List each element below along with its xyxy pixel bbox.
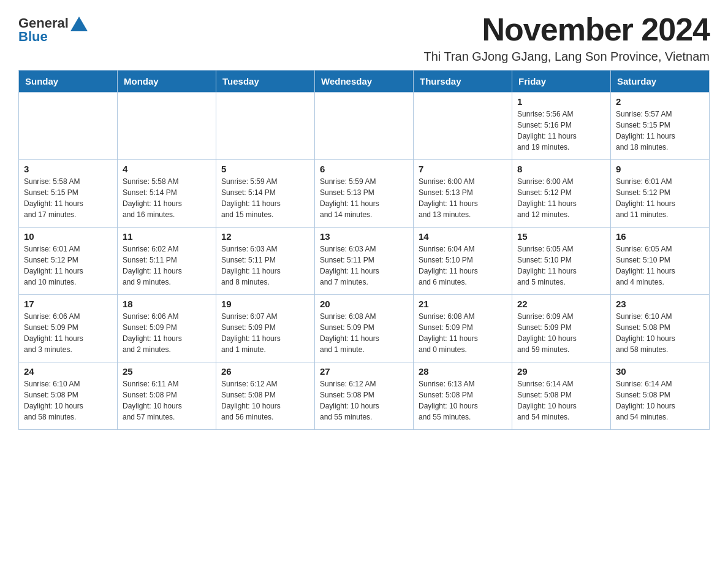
calendar-cell: 20Sunrise: 6:08 AM Sunset: 5:09 PM Dayli… [315,295,414,362]
day-info: Sunrise: 6:14 AM Sunset: 5:08 PM Dayligh… [517,378,605,423]
calendar-week-row: 17Sunrise: 6:06 AM Sunset: 5:09 PM Dayli… [19,295,710,362]
day-number: 27 [320,366,408,377]
day-number: 18 [123,299,211,309]
calendar-cell: 22Sunrise: 6:09 AM Sunset: 5:09 PM Dayli… [512,295,611,362]
logo-blue-text: Blue [18,29,48,45]
calendar-cell [414,93,512,160]
calendar-cell: 30Sunrise: 6:14 AM Sunset: 5:08 PM Dayli… [611,362,710,430]
day-number: 20 [320,299,408,309]
day-info: Sunrise: 5:56 AM Sunset: 5:16 PM Dayligh… [517,109,605,153]
calendar-cell: 14Sunrise: 6:04 AM Sunset: 5:10 PM Dayli… [414,228,512,295]
day-number: 1 [517,96,605,107]
calendar-col-header: Wednesday [315,71,414,93]
location-title: Thi Tran GJong GJang, Lang Son Province,… [423,50,710,64]
day-info: Sunrise: 6:03 AM Sunset: 5:11 PM Dayligh… [221,243,309,288]
day-info: Sunrise: 6:03 AM Sunset: 5:11 PM Dayligh… [320,243,408,288]
day-info: Sunrise: 6:05 AM Sunset: 5:10 PM Dayligh… [517,243,605,288]
calendar-col-header: Monday [118,71,216,93]
calendar-cell: 5Sunrise: 5:59 AM Sunset: 5:14 PM Daylig… [216,160,315,228]
day-info: Sunrise: 6:10 AM Sunset: 5:08 PM Dayligh… [24,378,112,423]
calendar-cell: 21Sunrise: 6:08 AM Sunset: 5:09 PM Dayli… [414,295,512,362]
day-info: Sunrise: 5:59 AM Sunset: 5:13 PM Dayligh… [320,176,408,220]
calendar-cell: 10Sunrise: 6:01 AM Sunset: 5:12 PM Dayli… [19,228,118,295]
day-number: 26 [221,366,309,377]
calendar-col-header: Tuesday [216,71,315,93]
day-info: Sunrise: 6:04 AM Sunset: 5:10 PM Dayligh… [419,243,507,288]
calendar-cell: 17Sunrise: 6:06 AM Sunset: 5:09 PM Dayli… [19,295,118,362]
day-info: Sunrise: 6:10 AM Sunset: 5:08 PM Dayligh… [616,311,704,355]
svg-marker-0 [70,17,88,31]
calendar-col-header: Thursday [414,71,512,93]
calendar-cell: 26Sunrise: 6:12 AM Sunset: 5:08 PM Dayli… [216,362,315,430]
calendar-table: SundayMondayTuesdayWednesdayThursdayFrid… [18,70,710,430]
day-info: Sunrise: 6:01 AM Sunset: 5:12 PM Dayligh… [616,176,704,220]
day-info: Sunrise: 6:00 AM Sunset: 5:12 PM Dayligh… [517,176,605,220]
day-number: 6 [320,164,408,174]
calendar-cell: 11Sunrise: 6:02 AM Sunset: 5:11 PM Dayli… [118,228,216,295]
calendar-cell [19,93,118,160]
day-info: Sunrise: 5:58 AM Sunset: 5:15 PM Dayligh… [24,176,112,220]
calendar-cell: 24Sunrise: 6:10 AM Sunset: 5:08 PM Dayli… [19,362,118,430]
day-number: 14 [419,231,507,242]
calendar-cell: 7Sunrise: 6:00 AM Sunset: 5:13 PM Daylig… [414,160,512,228]
calendar-cell [315,93,414,160]
day-number: 15 [517,231,605,242]
day-info: Sunrise: 5:59 AM Sunset: 5:14 PM Dayligh… [221,176,309,220]
day-number: 11 [123,231,211,242]
day-number: 2 [616,96,704,107]
day-number: 16 [616,231,704,242]
day-number: 23 [616,299,704,309]
calendar-cell: 27Sunrise: 6:12 AM Sunset: 5:08 PM Dayli… [315,362,414,430]
day-info: Sunrise: 6:05 AM Sunset: 5:10 PM Dayligh… [616,243,704,288]
calendar-cell: 23Sunrise: 6:10 AM Sunset: 5:08 PM Dayli… [611,295,710,362]
logo: General Blue [18,15,88,45]
calendar-cell: 13Sunrise: 6:03 AM Sunset: 5:11 PM Dayli… [315,228,414,295]
day-number: 22 [517,299,605,309]
day-number: 17 [24,299,112,309]
day-info: Sunrise: 6:07 AM Sunset: 5:09 PM Dayligh… [221,311,309,355]
day-info: Sunrise: 6:06 AM Sunset: 5:09 PM Dayligh… [123,311,211,355]
day-info: Sunrise: 6:01 AM Sunset: 5:12 PM Dayligh… [24,243,112,288]
day-number: 7 [419,164,507,174]
title-area: November 2024 Thi Tran GJong GJang, Lang… [423,12,710,64]
calendar-cell: 1Sunrise: 5:56 AM Sunset: 5:16 PM Daylig… [512,93,611,160]
calendar-cell: 3Sunrise: 5:58 AM Sunset: 5:15 PM Daylig… [19,160,118,228]
calendar-cell: 25Sunrise: 6:11 AM Sunset: 5:08 PM Dayli… [118,362,216,430]
calendar-cell: 15Sunrise: 6:05 AM Sunset: 5:10 PM Dayli… [512,228,611,295]
calendar-cell: 2Sunrise: 5:57 AM Sunset: 5:15 PM Daylig… [611,93,710,160]
day-number: 25 [123,366,211,377]
day-info: Sunrise: 6:14 AM Sunset: 5:08 PM Dayligh… [616,378,704,423]
day-info: Sunrise: 5:58 AM Sunset: 5:14 PM Dayligh… [123,176,211,220]
day-number: 19 [221,299,309,309]
calendar-cell: 9Sunrise: 6:01 AM Sunset: 5:12 PM Daylig… [611,160,710,228]
calendar-col-header: Saturday [611,71,710,93]
calendar-cell: 4Sunrise: 5:58 AM Sunset: 5:14 PM Daylig… [118,160,216,228]
calendar-cell [118,93,216,160]
calendar-cell [216,93,315,160]
day-info: Sunrise: 6:09 AM Sunset: 5:09 PM Dayligh… [517,311,605,355]
calendar-header-row: SundayMondayTuesdayWednesdayThursdayFrid… [19,71,710,93]
calendar-cell: 8Sunrise: 6:00 AM Sunset: 5:12 PM Daylig… [512,160,611,228]
calendar-cell: 29Sunrise: 6:14 AM Sunset: 5:08 PM Dayli… [512,362,611,430]
day-number: 10 [24,231,112,242]
calendar-week-row: 3Sunrise: 5:58 AM Sunset: 5:15 PM Daylig… [19,160,710,228]
calendar-cell: 18Sunrise: 6:06 AM Sunset: 5:09 PM Dayli… [118,295,216,362]
day-info: Sunrise: 6:02 AM Sunset: 5:11 PM Dayligh… [123,243,211,288]
day-number: 24 [24,366,112,377]
calendar-cell: 6Sunrise: 5:59 AM Sunset: 5:13 PM Daylig… [315,160,414,228]
day-number: 9 [616,164,704,174]
calendar-cell: 12Sunrise: 6:03 AM Sunset: 5:11 PM Dayli… [216,228,315,295]
day-info: Sunrise: 6:13 AM Sunset: 5:08 PM Dayligh… [419,378,507,423]
calendar-cell: 28Sunrise: 6:13 AM Sunset: 5:08 PM Dayli… [414,362,512,430]
day-number: 3 [24,164,112,174]
day-number: 21 [419,299,507,309]
day-info: Sunrise: 6:00 AM Sunset: 5:13 PM Dayligh… [419,176,507,220]
page-header: General Blue November 2024 Thi Tran GJon… [18,12,710,64]
logo-triangle-icon [70,17,88,31]
day-number: 13 [320,231,408,242]
day-info: Sunrise: 6:06 AM Sunset: 5:09 PM Dayligh… [24,311,112,355]
calendar-week-row: 10Sunrise: 6:01 AM Sunset: 5:12 PM Dayli… [19,228,710,295]
day-info: Sunrise: 6:08 AM Sunset: 5:09 PM Dayligh… [419,311,507,355]
day-number: 12 [221,231,309,242]
day-info: Sunrise: 6:08 AM Sunset: 5:09 PM Dayligh… [320,311,408,355]
